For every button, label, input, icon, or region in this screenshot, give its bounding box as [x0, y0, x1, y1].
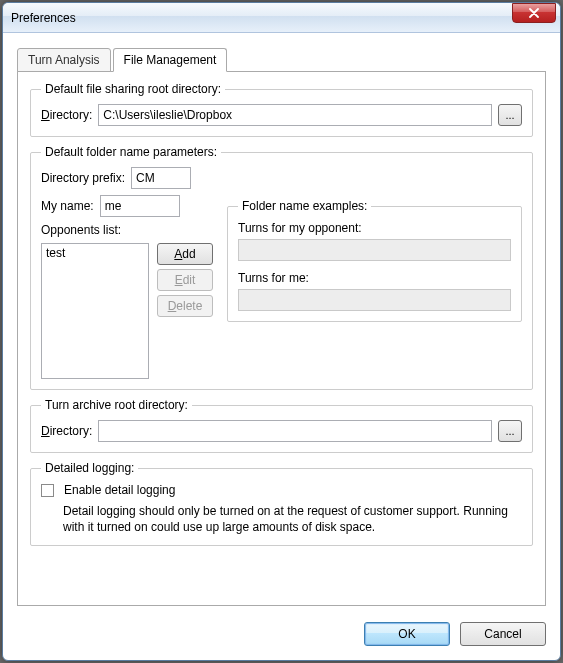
edit-button[interactable]: Edit	[157, 269, 213, 291]
group-folder-params-legend: Default folder name parameters:	[41, 145, 221, 159]
group-archive-root: Turn archive root directory: Directory: …	[30, 398, 533, 453]
example-me-value	[238, 289, 511, 311]
list-item[interactable]: test	[46, 246, 144, 260]
group-sharing-root: Default file sharing root directory: Dir…	[30, 82, 533, 137]
group-logging: Detailed logging: Enable detail logging …	[30, 461, 533, 546]
tabstrip: Turn Analysis File Management	[17, 47, 546, 71]
sharing-dir-label: Directory:	[41, 108, 92, 122]
dialog-content: Turn Analysis File Management Default fi…	[3, 33, 560, 612]
close-button[interactable]	[512, 3, 556, 23]
group-logging-legend: Detailed logging:	[41, 461, 138, 475]
sharing-dir-input[interactable]	[98, 104, 492, 126]
prefix-input[interactable]	[131, 167, 191, 189]
preferences-window: Preferences Turn Analysis File Managemen…	[2, 2, 561, 661]
cancel-button[interactable]: Cancel	[460, 622, 546, 646]
opponents-listbox[interactable]: test	[41, 243, 149, 379]
group-folder-examples-legend: Folder name examples:	[238, 199, 371, 213]
delete-button[interactable]: Delete	[157, 295, 213, 317]
group-sharing-root-legend: Default file sharing root directory:	[41, 82, 225, 96]
group-archive-root-legend: Turn archive root directory:	[41, 398, 192, 412]
archive-dir-label: Directory:	[41, 424, 92, 438]
close-icon	[529, 8, 539, 18]
add-button[interactable]: Add	[157, 243, 213, 265]
titlebar[interactable]: Preferences	[3, 3, 560, 33]
dialog-footer: OK Cancel	[3, 612, 560, 660]
group-folder-params: Default folder name parameters: Director…	[30, 145, 533, 390]
enable-logging-checkbox[interactable]	[41, 484, 54, 497]
opponents-label: Opponents list:	[41, 223, 213, 237]
tabpanel-file-management: Default file sharing root directory: Dir…	[17, 71, 546, 606]
tab-turn-analysis[interactable]: Turn Analysis	[17, 48, 111, 72]
prefix-label: Directory prefix:	[41, 171, 125, 185]
example-opponent-label: Turns for my opponent:	[238, 221, 511, 235]
example-me-label: Turns for me:	[238, 271, 511, 285]
archive-browse-button[interactable]: ...	[498, 420, 522, 442]
archive-dir-input[interactable]	[98, 420, 492, 442]
ok-button[interactable]: OK	[364, 622, 450, 646]
window-title: Preferences	[11, 11, 512, 25]
enable-logging-label: Enable detail logging	[64, 483, 175, 497]
example-opponent-value	[238, 239, 511, 261]
sharing-browse-button[interactable]: ...	[498, 104, 522, 126]
group-folder-examples: Folder name examples: Turns for my oppon…	[227, 199, 522, 322]
logging-help-text: Detail logging should only be turned on …	[63, 503, 522, 535]
myname-input[interactable]	[100, 195, 180, 217]
myname-label: My name:	[41, 199, 94, 213]
tab-file-management[interactable]: File Management	[113, 48, 228, 72]
